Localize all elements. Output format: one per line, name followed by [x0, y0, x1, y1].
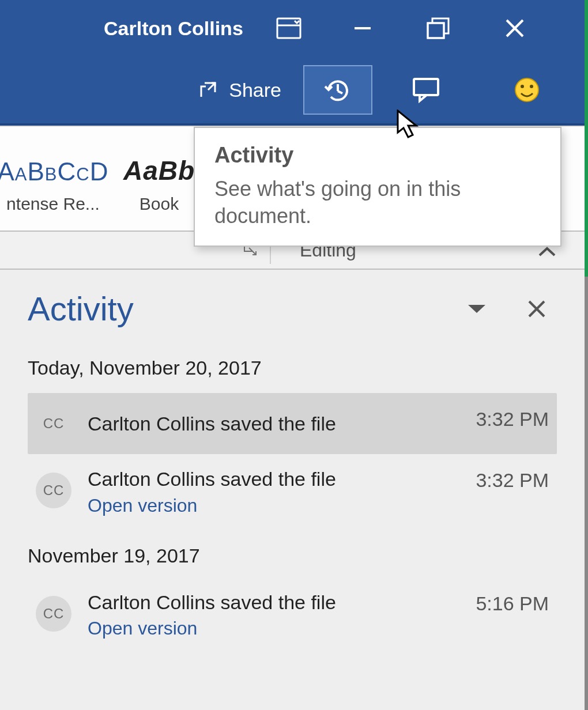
style-sample: AaBbCcD [0, 143, 109, 186]
svg-line-9 [338, 91, 342, 93]
activity-pane-title: Activity [28, 289, 457, 328]
activity-pane-options-button[interactable] [457, 292, 497, 326]
svg-point-11 [515, 78, 538, 101]
activity-entry-text: Carlton Collins saved the file [88, 590, 464, 615]
window-user-name: Carlton Collins [104, 17, 243, 40]
style-sample: AaBb [123, 143, 195, 186]
activity-entry-time: 3:32 PM [476, 469, 549, 492]
activity-entry[interactable]: CC Carlton Collins saved the file 3:32 P… [28, 393, 557, 454]
style-caption: ntense Re... [4, 194, 102, 214]
activity-entry-text: Carlton Collins saved the file [88, 411, 464, 436]
style-intense-reference[interactable]: AaBbCcD ntense Re... [0, 127, 106, 231]
activity-entry-time: 5:16 PM [476, 592, 549, 615]
avatar: CC [36, 596, 71, 632]
activity-pane-close-button[interactable] [517, 292, 557, 326]
svg-point-12 [521, 85, 524, 88]
activity-entry-text: Carlton Collins saved the file [88, 467, 464, 492]
svg-rect-10 [414, 79, 438, 95]
close-button[interactable] [481, 0, 549, 56]
activity-history-button[interactable] [303, 65, 372, 115]
svg-rect-4 [428, 23, 444, 38]
svg-marker-15 [468, 305, 485, 313]
chevron-down-icon [467, 303, 487, 315]
svg-point-13 [530, 85, 533, 88]
avatar: CC [36, 473, 71, 508]
comments-button[interactable] [389, 65, 463, 115]
tooltip-body: See what's going on in this document. [214, 176, 541, 230]
activity-tooltip: Activity See what's going on in this doc… [194, 127, 561, 247]
feedback-button[interactable] [492, 65, 561, 115]
open-version-link[interactable]: Open version [88, 617, 464, 640]
activity-entry[interactable]: CC Carlton Collins saved the file Open v… [28, 458, 557, 528]
smiley-icon [513, 76, 541, 104]
minimize-button[interactable] [329, 0, 397, 56]
close-icon [527, 299, 546, 319]
activity-entry-time: 3:32 PM [476, 408, 549, 430]
svg-rect-0 [277, 18, 300, 38]
comment-icon [412, 77, 440, 103]
adjacent-window-edge [585, 0, 588, 277]
activity-date-heading: Today, November 20, 2017 [28, 357, 557, 379]
share-icon [197, 78, 220, 101]
history-icon [323, 75, 353, 105]
activity-entry[interactable]: CC Carlton Collins saved the file Open v… [28, 581, 557, 652]
share-button[interactable]: Share [185, 65, 293, 115]
ribbon-display-options-button[interactable] [255, 0, 323, 56]
activity-date-heading: November 19, 2017 [28, 545, 557, 567]
avatar: CC [36, 406, 71, 441]
tooltip-title: Activity [214, 143, 541, 168]
open-version-link[interactable]: Open version [88, 494, 464, 517]
restore-button[interactable] [405, 0, 473, 56]
share-label: Share [229, 79, 281, 101]
